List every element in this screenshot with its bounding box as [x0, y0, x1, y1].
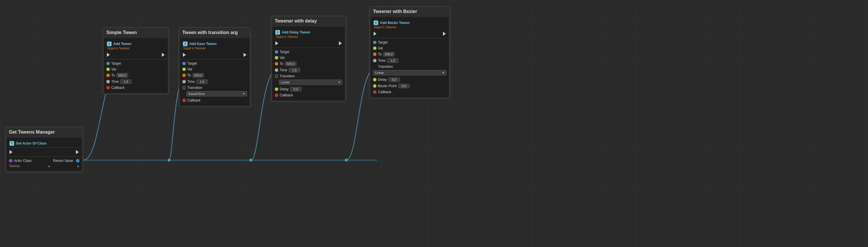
var-pin-transition[interactable] — [182, 68, 186, 71]
callback-pin-delay[interactable] — [275, 94, 278, 97]
func-icon: f — [9, 141, 14, 146]
transition-label-row-delay: Transition — [273, 73, 345, 79]
delay-pin-bezier[interactable] — [373, 78, 376, 81]
arrow-right-icon[interactable]: ▶ — [78, 165, 80, 168]
bezier-subtitle: Target is Tweener — [371, 26, 449, 31]
to-row-transition: To 500,0 — [180, 72, 249, 78]
ease-dropdown[interactable]: EaseInSine — [186, 91, 247, 96]
transition-pin[interactable] — [182, 86, 186, 90]
to-pin-bezier[interactable] — [373, 52, 376, 56]
actor-class-row: Actor Class Return Value — [7, 158, 82, 164]
transition-label-row-bezier: Transition — [371, 64, 449, 70]
delay-inner-title: f Add Delay Tween — [273, 29, 345, 35]
var-pin-bezier[interactable] — [373, 46, 376, 50]
time-value-transition[interactable]: 1,5 — [196, 79, 208, 84]
exec-in-delay[interactable] — [275, 41, 278, 45]
to-row-simple: To 500,0 — [104, 72, 167, 78]
manager-bottom-row: Tweener ◀ ▶ — [7, 164, 82, 169]
to-value-bezier[interactable]: 500,0 — [383, 52, 395, 57]
time-pin-delay[interactable] — [275, 68, 278, 72]
exec-in-pin[interactable] — [9, 150, 12, 154]
callback-pin-bezier[interactable] — [373, 90, 376, 94]
var-pin-delay[interactable] — [275, 56, 278, 60]
delay-pin[interactable] — [275, 87, 278, 91]
exec-out-delay[interactable] — [339, 41, 342, 45]
target-pin-transition[interactable] — [182, 62, 186, 65]
to-value-delay[interactable]: 500,0 — [285, 62, 297, 66]
to-value-transition[interactable]: 500,0 — [192, 73, 204, 78]
time-pin-simple[interactable] — [106, 80, 110, 83]
exec-in-bezier[interactable] — [374, 32, 376, 36]
callback-pin-transition[interactable] — [182, 99, 186, 102]
simple-tween-inner: f Add Tween Target is Tweener Target Var… — [104, 38, 167, 93]
time-row-bezier: Time 1,5 — [371, 58, 449, 64]
linear-dropdown-arrow-delay — [338, 82, 340, 83]
func-icon-bezier: f — [374, 21, 378, 25]
bezier-inner-title: f Add Bezier Tween — [371, 19, 449, 26]
time-value-delay[interactable]: 1,5 — [289, 68, 300, 72]
bezier-title: Tweener with Bezier — [370, 7, 450, 16]
linear-dropdown-container-delay: Linear — [273, 79, 345, 86]
time-row-simple: Time 1,5 — [104, 78, 167, 85]
return-value-pin[interactable] — [76, 159, 80, 163]
linear-dropdown-arrow-bezier — [442, 72, 444, 74]
target-row-delay: Target — [273, 49, 345, 55]
target-pin-delay[interactable] — [275, 50, 278, 54]
callback-pin-simple[interactable] — [106, 86, 110, 90]
return-value-label: Return Value — [53, 159, 73, 163]
var-row-bezier: Var — [371, 45, 449, 51]
delay-value-row-bezier: Delay 0,0 — [371, 76, 449, 83]
to-pin-simple[interactable] — [106, 74, 110, 77]
delay-value-row: Delay 0,0 — [273, 86, 345, 92]
target-pin-bezier[interactable] — [373, 41, 376, 44]
svg-point-2 — [345, 159, 348, 162]
exec-in-transition[interactable] — [183, 53, 186, 57]
target-pin-simple[interactable] — [106, 62, 110, 65]
transition-title: Tween with transition arg — [179, 28, 250, 37]
exec-row-delay — [273, 40, 345, 46]
simple-tween-node: Simple Tween f Add Tween Target is Tween… — [102, 27, 169, 94]
delay-value-bezier[interactable]: 0,0 — [389, 77, 400, 82]
svg-point-0 — [167, 159, 170, 162]
time-value-simple[interactable]: 1,5 — [120, 79, 132, 84]
bezier-point-value[interactable]: 0,0 — [398, 84, 410, 88]
target-row-bezier: Target — [371, 39, 449, 45]
tween-transition-node: Tween with transition arg f Add Ease Twe… — [179, 27, 251, 107]
exec-row-simple — [104, 51, 167, 58]
get-tweens-manager-node: Get Tweens Manager f Get Actor Of Class … — [5, 127, 83, 172]
callback-row-delay: Callback — [273, 92, 345, 98]
to-pin-transition[interactable] — [182, 74, 186, 77]
delay-value[interactable]: 0,0 — [290, 87, 302, 92]
exec-out-pin[interactable] — [76, 150, 79, 154]
time-pin-bezier[interactable] — [373, 59, 376, 62]
exec-row — [7, 149, 82, 155]
actor-class-pin[interactable] — [9, 159, 12, 163]
exec-out-transition[interactable] — [244, 53, 246, 57]
linear-dropdown-bezier[interactable]: Linear — [373, 70, 446, 75]
simple-tween-title: Simple Tween — [103, 28, 169, 37]
manager-inner: f Get Actor Of Class Actor Class Return … — [7, 138, 82, 171]
time-pin-transition[interactable] — [182, 80, 186, 83]
transition-pin-delay[interactable] — [275, 74, 278, 78]
time-value-bezier[interactable]: 1,5 — [387, 58, 399, 63]
delay-inner: f Add Delay Tween Target is Tweener Targ… — [273, 27, 345, 100]
to-row-bezier: To 500,0 — [371, 51, 449, 58]
delay-title: Tweener with delay — [271, 16, 346, 25]
exec-in-simple[interactable] — [107, 53, 110, 57]
exec-out-simple[interactable] — [162, 53, 165, 57]
var-pin-simple[interactable] — [106, 68, 110, 71]
var-row-delay: Var — [273, 55, 345, 61]
linear-dropdown-delay[interactable]: Linear — [279, 80, 342, 85]
simple-inner-title: f Add Tween — [104, 40, 167, 47]
time-row-transition: Time 1,5 — [180, 78, 249, 85]
manager-inner-title: f Get Actor Of Class — [7, 140, 82, 146]
to-pin-delay[interactable] — [275, 62, 278, 66]
to-value-simple[interactable]: 500,0 — [117, 73, 128, 78]
bezier-point-row: Bezier Point 0,0 — [371, 83, 449, 89]
to-row-delay: To 500,0 — [273, 61, 345, 67]
ease-dropdown-arrow — [243, 93, 245, 95]
bezier-inner: f Add Bezier Tween Target is Tweener Tar… — [371, 17, 449, 97]
arrow-left-icon[interactable]: ◀ — [48, 165, 50, 168]
bezier-point-pin[interactable] — [373, 84, 376, 88]
exec-out-bezier[interactable] — [443, 32, 446, 36]
